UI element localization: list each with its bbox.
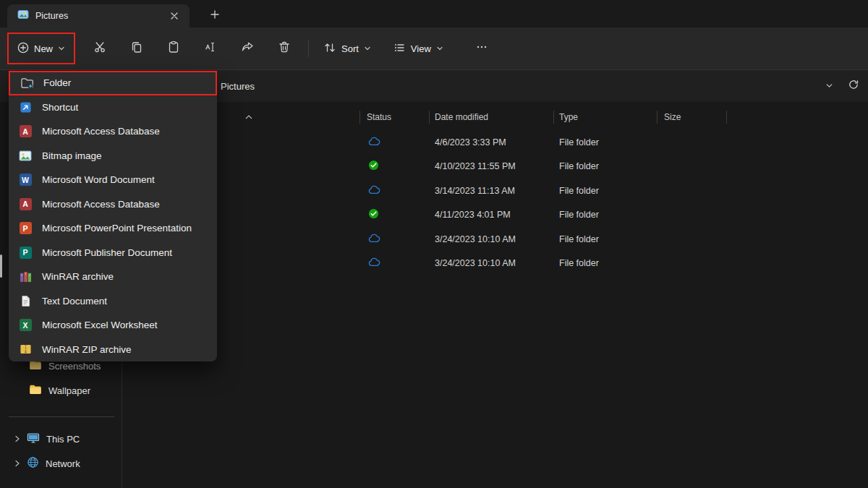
cloud-status-icon — [368, 137, 380, 148]
new-button[interactable]: New — [9, 34, 74, 63]
column-header-label: Date modified — [435, 112, 488, 122]
menu-item-label: Microsoft Access Database — [42, 199, 160, 210]
new-tab-button[interactable] — [205, 6, 224, 23]
new-dropdown-menu: Folder Shortcut A Microsoft Access Datab… — [9, 71, 217, 361]
folder-icon — [29, 384, 42, 397]
column-header-label: Type — [559, 112, 578, 122]
breadcrumb-location[interactable]: Pictures — [221, 70, 255, 102]
file-explorer-window: Pictures New Sort View — [0, 0, 868, 488]
size-cell — [657, 130, 727, 155]
menu-item-shortcut[interactable]: Shortcut — [9, 95, 217, 120]
menu-item-excel-worksheet[interactable]: X Microsoft Excel Worksheet — [9, 313, 217, 338]
sort-arrows-icon — [323, 41, 336, 56]
file-rows: 4/6/2023 3:33 PM File folder 4/10/2023 1… — [122, 130, 868, 275]
sidebar-item-network[interactable]: Network — [0, 451, 122, 476]
type-cell: File folder — [553, 252, 657, 276]
view-button-label: View — [411, 43, 431, 54]
rename-button[interactable] — [196, 35, 225, 62]
cut-button[interactable] — [85, 35, 114, 62]
size-cell — [657, 155, 727, 179]
menu-item-folder[interactable]: Folder — [9, 71, 217, 95]
file-row[interactable]: 4/10/2023 11:55 PM File folder — [122, 155, 868, 179]
column-headers: Status Date modified Type Size — [122, 107, 868, 127]
type-cell: File folder — [553, 203, 657, 228]
size-cell — [657, 227, 727, 252]
sort-button[interactable]: Sort — [315, 35, 379, 62]
menu-item-word-document[interactable]: W Microsoft Word Document — [9, 168, 217, 192]
view-button[interactable]: View — [385, 35, 451, 62]
file-row[interactable]: 4/11/2023 4:01 PM File folder — [122, 203, 868, 228]
share-button[interactable] — [233, 35, 262, 62]
menu-item-access-database[interactable]: A Microsoft Access Database — [9, 119, 217, 144]
file-row[interactable]: 4/6/2023 3:33 PM File folder — [122, 130, 868, 155]
sidebar-divider — [9, 416, 114, 417]
date-modified-cell: 3/14/2023 11:13 AM — [429, 179, 553, 203]
cloud-status-icon — [368, 234, 380, 245]
new-folder-icon — [20, 77, 34, 89]
pictures-tab-icon — [17, 9, 29, 23]
sidebar-item-label: Screenshots — [48, 361, 101, 372]
status-cell — [359, 203, 429, 228]
file-row[interactable]: 3/24/2023 10:10 AM File folder — [122, 252, 868, 276]
column-header-label: Status — [367, 112, 391, 122]
menu-item-label: Microsoft Access Database — [42, 126, 160, 137]
menu-item-label: Microsoft Publisher Document — [42, 247, 172, 258]
sidebar-item-label: Wallpaper — [48, 385, 90, 396]
menu-item-powerpoint-presentation[interactable]: P Microsoft PowerPoint Presentation — [9, 216, 217, 241]
titlebar: Pictures — [0, 0, 868, 27]
menu-item-access-database-2[interactable]: A Microsoft Access Database — [9, 192, 217, 217]
chevron-down-icon — [364, 43, 371, 54]
file-row[interactable]: 3/24/2023 10:10 AM File folder — [122, 227, 868, 252]
menu-item-publisher-document[interactable]: P Microsoft Publisher Document — [9, 241, 217, 265]
column-header-size[interactable]: Size — [657, 107, 727, 127]
synced-check-icon — [368, 208, 379, 221]
menu-item-bitmap-image[interactable]: Bitmap image — [9, 144, 217, 168]
command-bar: New Sort View — [0, 27, 868, 70]
paste-button[interactable] — [159, 35, 188, 62]
tab-title: Pictures — [35, 11, 160, 21]
network-globe-icon — [27, 456, 39, 471]
sidebar-item-label: Network — [46, 458, 80, 469]
date-modified-cell: 4/6/2023 3:33 PM — [429, 130, 553, 155]
type-cell: File folder — [553, 179, 657, 203]
sort-button-label: Sort — [341, 43, 359, 54]
winrar-icon — [18, 271, 33, 283]
ellipsis-icon — [476, 41, 488, 56]
size-cell — [657, 252, 727, 276]
share-icon — [241, 40, 254, 56]
column-header-type[interactable]: Type — [553, 107, 657, 127]
menu-item-label: WinRAR archive — [42, 271, 114, 282]
chevron-right-icon[interactable] — [14, 458, 20, 469]
menu-item-zip-archive[interactable]: WinRAR ZIP archive — [9, 338, 217, 362]
status-cell — [359, 179, 429, 203]
more-options-button[interactable] — [467, 35, 496, 62]
tab-pictures[interactable]: Pictures — [7, 4, 190, 27]
rename-icon — [204, 40, 217, 56]
sidebar-item-wallpaper[interactable]: Wallpaper — [0, 378, 122, 403]
text-document-icon — [18, 295, 33, 307]
column-header-date-modified[interactable]: Date modified — [429, 107, 553, 127]
file-row[interactable]: 3/14/2023 11:13 AM File folder — [122, 179, 868, 203]
toolbar-separator — [308, 40, 309, 57]
copy-button[interactable] — [122, 35, 151, 62]
date-modified-cell: 4/11/2023 4:01 PM — [429, 203, 553, 228]
delete-button[interactable] — [270, 35, 299, 62]
cloud-status-icon — [368, 257, 380, 269]
chevron-right-icon[interactable] — [14, 434, 20, 445]
menu-item-winrar-archive[interactable]: WinRAR archive — [9, 265, 217, 289]
type-cell: File folder — [553, 130, 657, 155]
date-modified-cell: 3/24/2023 10:10 AM — [429, 227, 553, 252]
sidebar-item-this-pc[interactable]: This PC — [0, 427, 122, 451]
copy-icon — [130, 40, 143, 56]
publisher-icon: P — [18, 247, 33, 259]
tab-close-icon[interactable] — [166, 8, 182, 24]
sidebar-scrollbar[interactable] — [0, 254, 2, 278]
menu-item-text-document[interactable]: Text Document — [9, 289, 217, 314]
chevron-down-icon — [825, 80, 833, 93]
cloud-status-icon — [368, 185, 380, 197]
address-dropdown-button[interactable] — [820, 78, 838, 94]
chevron-down-icon — [436, 43, 443, 54]
column-header-status[interactable]: Status — [359, 107, 429, 127]
menu-item-label: Microsoft PowerPoint Presentation — [42, 223, 192, 234]
refresh-button[interactable] — [845, 78, 862, 94]
